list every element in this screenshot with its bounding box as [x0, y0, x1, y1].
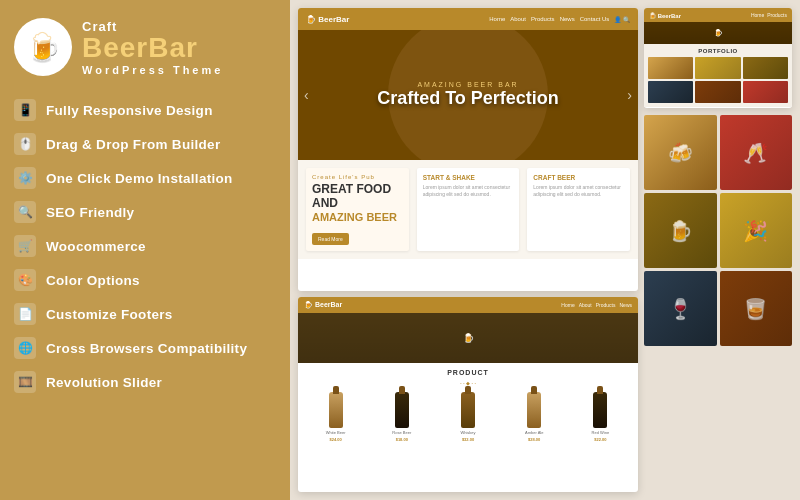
- portfolio-photo: [648, 57, 693, 79]
- content-card-main: Create Life's Pub GREAT FOOD AND AMAZING…: [306, 168, 409, 251]
- product-price: $28.00: [528, 437, 540, 442]
- portfolio-title: PORTFOLIO: [648, 48, 788, 54]
- second-nav-link: Home: [561, 302, 574, 308]
- mockup-content-area: Create Life's Pub GREAT FOOD AND AMAZING…: [298, 160, 638, 259]
- hero-prev-arrow[interactable]: ‹: [304, 87, 309, 103]
- logo-name: BeerBar: [82, 34, 223, 62]
- feature-label: Revolution Slider: [46, 375, 162, 390]
- main-mockup: 🍺 BeerBar Home About Products News Conta…: [298, 8, 638, 291]
- gallery-photo-5: 🍷: [644, 271, 717, 346]
- gallery-photo-icon: 🎉: [720, 193, 793, 268]
- footer-icon: 📄: [14, 303, 36, 325]
- beer-mug-icon: 🍺: [14, 18, 72, 76]
- nav-links: Home About Products News Contact Us 👤 🔍: [489, 16, 630, 23]
- feature-responsive: 📱 Fully Responsive Design: [14, 94, 276, 126]
- right-panel: 🍺 BeerBar Home About Products News Conta…: [290, 0, 800, 500]
- second-navbar: 🍺 BeerBar Home About Products News: [298, 297, 638, 313]
- feature-label: Cross Browsers Compatibility: [46, 341, 247, 356]
- portfolio-photo: [695, 57, 740, 79]
- mockup-logo: 🍺 BeerBar: [306, 15, 349, 24]
- product-name: White Beer: [326, 430, 346, 435]
- hero-subtitle: AMAZING BEER BAR: [417, 81, 518, 88]
- hero-title: Crafted To Perfection: [377, 88, 559, 109]
- bottle-icon: [395, 392, 409, 428]
- product-item: Red Wine $22.00: [569, 392, 632, 442]
- content-card-1: START & SHAKE Lorem ipsum dolor sit amet…: [417, 168, 520, 251]
- screenshot-left-col: 🍺 BeerBar Home About Products News Conta…: [298, 8, 638, 492]
- bottle-icon: [461, 392, 475, 428]
- logo-text: Craft BeerBar WordPress Theme: [82, 19, 223, 76]
- product-price: $22.00: [594, 437, 606, 442]
- card1-text: Lorem ipsum dolor sit amet consectetur a…: [423, 184, 514, 198]
- gallery-photo-2: 🥂: [720, 115, 793, 190]
- drag-icon: 🖱️: [14, 133, 36, 155]
- portfolio-photo: [695, 81, 740, 103]
- browser-icon: 🌐: [14, 337, 36, 359]
- left-panel: 🍺 Craft BeerBar WordPress Theme 📱 Fully …: [0, 0, 290, 500]
- card2-text: Lorem ipsum dolor sit amet consectetur a…: [533, 184, 624, 198]
- feature-footers: 📄 Customize Footers: [14, 298, 276, 330]
- feature-one-click: ⚙️ One Click Demo Installation: [14, 162, 276, 194]
- slider-icon: 🎞️: [14, 371, 36, 393]
- feature-label: Woocommerce: [46, 239, 146, 254]
- screenshot-right-col: 🍺 BeerBar Home Products 🍺 PORTFOLIO: [644, 8, 792, 492]
- color-icon: 🎨: [14, 269, 36, 291]
- features-list: 📱 Fully Responsive Design 🖱️ Drag & Drop…: [14, 94, 276, 398]
- logo-subtitle: WordPress Theme: [82, 64, 223, 76]
- mockup-hero: ‹ AMAZING BEER BAR Crafted To Perfection…: [298, 30, 638, 160]
- tr-navbar: 🍺 BeerBar Home Products: [644, 8, 792, 22]
- tr-logo: 🍺 BeerBar: [649, 12, 681, 19]
- nav-link: Home: [489, 16, 505, 23]
- gallery-photo-icon: 🍻: [644, 115, 717, 190]
- product-name: Amber Ale: [525, 430, 543, 435]
- second-hero-text: 🍺: [463, 333, 474, 343]
- bottle-icon: [527, 392, 541, 428]
- nav-link: Products: [531, 16, 555, 23]
- feature-woocommerce: 🛒 Woocommerce: [14, 230, 276, 262]
- feature-label: One Click Demo Installation: [46, 171, 233, 186]
- logo-area: 🍺 Craft BeerBar WordPress Theme: [14, 18, 276, 76]
- gallery-photo-icon: 🥂: [720, 115, 793, 190]
- products-section: PRODUCT - - ◆ - - White Beer $24.00 Rose…: [298, 363, 638, 448]
- content-intro: Create Life's Pub: [312, 174, 403, 180]
- product-price: $18.00: [396, 437, 408, 442]
- content-big-title: GREAT FOOD AND: [312, 182, 403, 211]
- product-price: $24.00: [329, 437, 341, 442]
- feature-label: SEO Friendly: [46, 205, 134, 220]
- nav-link: 👤 🔍: [614, 16, 630, 23]
- gallery-photo-6: 🥃: [720, 271, 793, 346]
- product-item: Amber Ale $28.00: [503, 392, 566, 442]
- woo-icon: 🛒: [14, 235, 36, 257]
- product-item: Whiskey $32.00: [436, 392, 499, 442]
- portfolio-section: PORTFOLIO: [644, 44, 792, 107]
- second-logo: 🍺 BeerBar: [304, 301, 342, 309]
- feature-label: Color Options: [46, 273, 140, 288]
- feature-label: Customize Footers: [46, 307, 173, 322]
- hero-next-arrow[interactable]: ›: [627, 87, 632, 103]
- products-title: PRODUCT: [304, 369, 632, 376]
- gallery-photo-icon: 🥃: [720, 271, 793, 346]
- oneclick-icon: ⚙️: [14, 167, 36, 189]
- second-mockup: 🍺 BeerBar Home About Products News 🍺 PRO…: [298, 297, 638, 492]
- card1-title: START & SHAKE: [423, 174, 514, 181]
- feature-revolution: 🎞️ Revolution Slider: [14, 366, 276, 398]
- tr-nav-link: Products: [767, 12, 787, 18]
- second-nav-link: Products: [596, 302, 616, 308]
- product-name: Rose Beer: [392, 430, 411, 435]
- portfolio-photo: [648, 81, 693, 103]
- gallery-photo-icon: 🍺: [644, 193, 717, 268]
- feature-seo: 🔍 SEO Friendly: [14, 196, 276, 228]
- second-nav-link: About: [579, 302, 592, 308]
- mockup-navbar: 🍺 BeerBar Home About Products News Conta…: [298, 8, 638, 30]
- tr-nav-link: Home: [751, 12, 764, 18]
- portfolio-grid: [648, 57, 788, 103]
- content-card-2: CRAFT BEER Lorem ipsum dolor sit amet co…: [527, 168, 630, 251]
- product-name: Whiskey: [460, 430, 475, 435]
- nav-link: About: [510, 16, 526, 23]
- gallery-grid: 🍻 🥂 🍺 🎉 🍷 🥃: [644, 115, 792, 346]
- content-cta-button[interactable]: Read More: [312, 233, 349, 245]
- second-nav-link: News: [619, 302, 632, 308]
- feature-label: Fully Responsive Design: [46, 103, 213, 118]
- feature-cross-browser: 🌐 Cross Browsers Compatibility: [14, 332, 276, 364]
- bottle-icon: [329, 392, 343, 428]
